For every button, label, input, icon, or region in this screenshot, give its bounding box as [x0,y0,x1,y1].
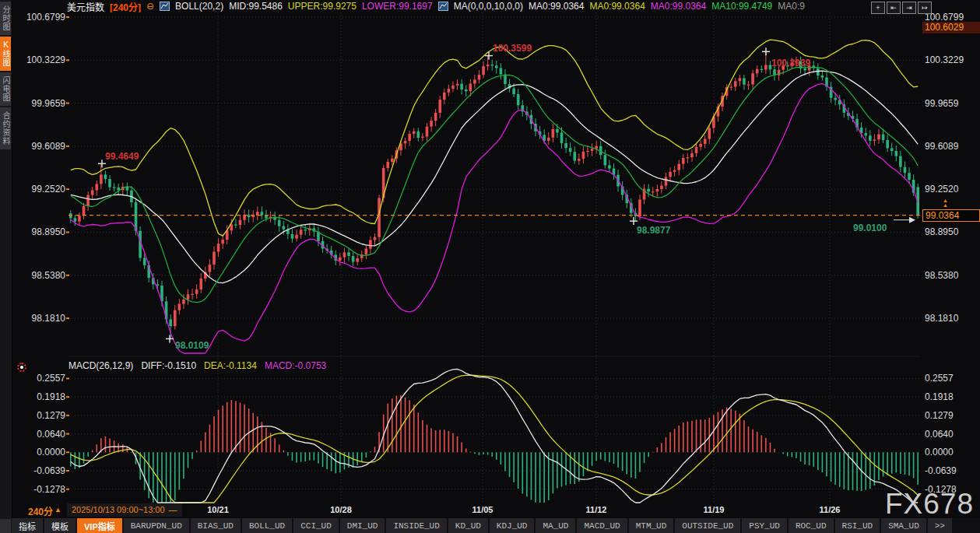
sidebar-item-kline[interactable]: K线图 [0,37,11,71]
sidebar-corner [0,519,11,533]
date-axis-label: 11/05 [472,505,494,514]
price-axis-label: 100.3229 [925,54,964,65]
indicator-tab[interactable]: INSIDE_UD [386,518,446,533]
macd-dea-value: DEA:-0.1134 [204,360,257,371]
footer-period-arrow-icon[interactable]: ▲ [54,506,61,514]
macd-axis-label: 0.0640 [925,429,954,440]
boll-mid-value: MID:99.5486 [229,1,283,12]
macd-title: MACD(26,12,9) [68,360,133,371]
boll-chart-icon[interactable] [160,2,170,11]
indicator-tab[interactable]: 指标 [12,518,43,533]
chart-type-sidebar: 分时图 K线图 闪电图 合约资料 [0,0,12,533]
axis-left-icon[interactable]: ⇤ [887,2,901,14]
indicator-tab[interactable]: KDJ_UD [490,518,535,533]
period-label: [240分] [110,0,141,12]
axis-right-icon[interactable]: ⇥ [902,2,916,14]
price-axis-label: 99.9659 [17,98,65,109]
indicator-header: 美元指数 [240分] ⊖ BOLL(20,2) MID:99.5486 UPP… [67,0,873,12]
boll-lower-value: LOWER:99.1697 [362,1,433,12]
indicator-tab-bar: 指标模板VIP指标BARUPDN_UDBIAS_UDBOLL_UDCCI_UDD… [12,518,980,533]
macd-axis-label: 0.1918 [17,391,65,402]
price-axis-label: 98.5380 [17,270,65,281]
price-axis-label: 99.6089 [17,141,65,152]
collapse-icon[interactable]: ⊖ [146,2,154,11]
current-price-badge: 99.0364 [922,209,980,222]
price-axis-label: 98.1810 [17,313,65,324]
macd-axis-label: 0.0000 [925,447,954,458]
indicator-tab[interactable]: MA_UD [536,518,575,533]
indicator-tab[interactable]: BOLL_UD [242,518,292,533]
date-axis-label: 10/28 [330,505,352,514]
ma0-value-1: MA0:99.0364 [529,1,584,12]
indicator-tab[interactable]: SMA_UD [881,518,926,533]
price-axis-label: 99.6089 [925,141,958,152]
indicator-tab[interactable]: ROC_UD [789,518,834,533]
axis-shift-icon[interactable]: ↦ [918,2,932,14]
price-axis-label: 98.8950 [925,226,958,237]
price-up-arrows-icon: ▲▲ [943,198,948,208]
ma-extra-value: MA0:9 [778,1,805,12]
indicator-tab[interactable]: KD_UD [448,518,488,533]
sidebar-item-contract-info[interactable]: 合约资料 [0,107,11,149]
macd-diff-value: DIFF:-0.1510 [141,360,196,371]
indicator-tab[interactable]: CCI_UD [293,518,339,533]
boll-label: BOLL(20,2) [175,1,223,12]
high-annotation: 100.3939 [771,58,810,68]
macd-axis-label: 0.1918 [925,391,954,402]
price-axis-label: 99.9659 [925,98,958,109]
macd-axis-label: 0.2557 [925,373,954,384]
price-axis-label: 100.6799 [17,12,65,23]
macd-axis-label: 0.1279 [925,410,954,421]
symbol-title: 美元指数 [67,0,104,12]
indicator-settings-icon[interactable] [17,363,26,372]
price-axis-label: 98.1810 [925,313,958,324]
date-axis-label: 11/26 [820,505,841,514]
macd-axis-label: 0.0640 [17,429,65,440]
indicator-tab[interactable]: MTM_UD [629,518,674,533]
macd-macd-value: MACD:-0.0753 [265,360,326,371]
high-annotation: 100.3599 [493,43,532,54]
macd-axis-label: 0.2557 [17,373,65,384]
macd-header: MACD(26,12,9) DIFF:-0.1510 DEA:-0.1134 M… [68,360,326,371]
price-axis-label: 98.8950 [17,226,65,237]
ma0-value-3: MA0:99.0364 [651,1,706,12]
macd-axis-label: 0.1279 [17,410,65,421]
ma-chart-icon[interactable] [438,2,448,11]
macd-axis-label: -0.0639 [17,465,65,476]
indicator-tab[interactable]: PSY_UD [742,518,787,533]
date-axis-label: 11/19 [704,505,725,514]
chart-canvas[interactable] [0,0,980,533]
low-annotation: 98.9877 [637,225,670,236]
ma-label: MA(0,0,0,10,0,0) [454,1,523,12]
low-annotation: 98.0109 [175,340,209,351]
footer-period-label[interactable]: 240分 [28,504,53,517]
indicator-tab[interactable]: BIAS_UD [191,518,241,533]
ma10-value: MA10:99.4749 [711,1,772,12]
price-axis-label: 100.3229 [17,54,65,65]
low-annotation: 99.0100 [853,223,887,233]
price-axis-label: 98.5380 [925,270,958,281]
high-price-badge: 100.6029 [922,22,980,33]
price-axis-label: 99.2520 [17,184,65,195]
indicator-tab[interactable]: RSI_UD [835,518,880,533]
indicator-tab[interactable]: BARUPDN_UD [124,518,189,533]
indicator-tab[interactable]: OUTSIDE_UD [675,518,740,533]
sidebar-item-lightning[interactable]: 闪电图 [0,72,11,106]
ma0-value-2: MA0:99.0364 [589,1,645,12]
sidebar-item-timeline[interactable]: 分时图 [0,2,11,35]
macd-axis-label: -0.0639 [925,465,957,476]
macd-axis-label: -0.1278 [17,484,65,495]
indicator-tab[interactable]: 模板 [44,518,76,533]
indicator-tab[interactable]: DMI_UD [340,518,385,533]
pan-icon[interactable]: + [871,2,885,14]
candle-time-range: 2025/10/13 09:00~13:00— [67,503,182,517]
tabs-overflow-button[interactable]: >> [928,518,952,533]
date-axis-label: 11/12 [586,505,607,514]
indicator-tab[interactable]: VIP指标 [77,518,122,533]
indicator-tab[interactable]: MACD_UD [577,518,627,533]
fx678-watermark: FX678 [885,488,974,521]
app-window: 分时图 K线图 闪电图 合约资料 美元指数 [240分] ⊖ BOLL(20,2… [0,0,980,533]
price-axis-label: 99.2520 [925,184,958,195]
date-axis-label: 10/21 [207,505,229,514]
chart-toolbar: + ⇤ ⇥ ↦ [871,2,932,14]
